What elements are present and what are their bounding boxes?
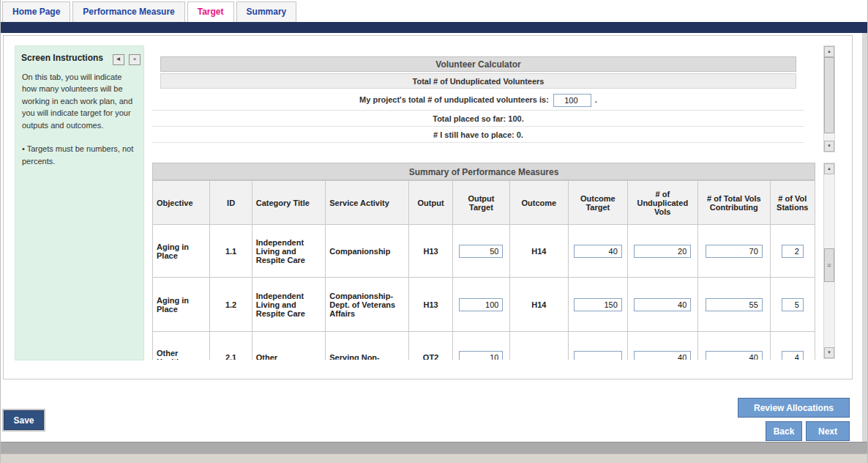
next-button[interactable]: Next <box>806 421 850 441</box>
output-target-input[interactable] <box>459 298 503 311</box>
vol-stations-input[interactable] <box>782 298 804 311</box>
id-cell: 2.1 <box>210 332 252 360</box>
category-title-cell: Independent Living and Respite Care <box>252 278 326 332</box>
screen-instructions-title: Screen Instructions <box>21 53 103 63</box>
total-volunteers-suffix: . <box>595 95 597 104</box>
id-cell: 1.2 <box>210 278 252 332</box>
unduplicated-vols-input[interactable] <box>634 298 691 311</box>
tab-bar: Home Page Performance Measure Target Sum… <box>1 0 867 22</box>
calculator-scrollbar[interactable]: ▲ ▼ <box>823 45 835 152</box>
save-button[interactable]: Save <box>4 410 44 430</box>
objective-cell: Aging in Place <box>153 225 210 278</box>
total-vols-input[interactable] <box>706 245 763 258</box>
close-panel-button[interactable]: × <box>129 54 141 65</box>
column-header-vol-stations: # of Vol Stations <box>770 181 815 225</box>
summary-title: Summary of Performance Measures <box>152 163 815 180</box>
page-scrollbar[interactable] <box>862 33 867 442</box>
output-cell: OT2 <box>408 332 452 360</box>
total-volunteers-label: My project's total # of unduplicated vol… <box>359 95 549 104</box>
service-activity-cell: Companionship <box>326 225 409 278</box>
column-header-outcome: Outcome <box>509 181 568 225</box>
table-row: Aging in Place 1.2 Independent Living an… <box>153 278 815 332</box>
calculator-title: Volunteer Calculator <box>160 56 796 72</box>
column-header-output: Output <box>408 181 452 225</box>
scrollbar-thumb[interactable] <box>824 57 834 133</box>
instructions-text: On this tab, you will indicate how many … <box>22 71 137 132</box>
column-header-outcome-target: Outcome Target <box>569 181 627 225</box>
outcome-cell: H14 <box>509 278 568 332</box>
vol-stations-input[interactable] <box>782 351 804 360</box>
total-volunteers-input[interactable] <box>553 94 591 107</box>
scroll-down-icon: ▼ <box>827 350 831 355</box>
tab-performance-measure[interactable]: Performance Measure <box>72 1 184 22</box>
total-placed-text: Total placed so far: 100. <box>152 111 804 127</box>
scroll-up-button[interactable]: ▲ <box>824 163 834 174</box>
column-header-total-vols-contributing: # of Total Vols Contributing <box>698 181 771 225</box>
scroll-up-icon: ▲ <box>827 166 831 171</box>
table-row: Aging in Place 1.1 Independent Living an… <box>153 225 815 278</box>
content-panel: Screen Instructions ◄ × On this tab, you… <box>3 35 853 379</box>
instructions-note: • Targets must be numbers, not percents. <box>22 143 137 167</box>
panel-controls: ◄ × <box>111 51 141 65</box>
column-header-category-title: Category Title <box>252 181 326 225</box>
category-title-cell: Other <box>252 332 326 360</box>
column-header-objective: Objective <box>153 181 210 225</box>
column-header-unduplicated-vols: # of Unduplicated Vols <box>627 181 698 225</box>
thumb-grip-icon: ≡ <box>827 262 831 269</box>
summary-scrollbar[interactable]: ▲ ≡ ▼ <box>823 163 835 359</box>
close-icon: × <box>133 56 137 62</box>
output-cell: H13 <box>408 225 452 278</box>
back-button[interactable]: Back <box>766 421 802 441</box>
column-header-service-activity: Service Activity <box>326 181 409 225</box>
column-header-output-target: Output Target <box>453 181 509 225</box>
screen-instructions-header: Screen Instructions ◄ × <box>15 46 143 70</box>
outcome-target-input[interactable] <box>574 245 622 258</box>
scroll-down-icon: ▼ <box>827 144 831 148</box>
tab-target[interactable]: Target <box>187 1 234 22</box>
outcome-cell: H14 <box>509 225 568 278</box>
tab-home-page[interactable]: Home Page <box>2 1 70 22</box>
objective-cell: Aging in Place <box>153 278 210 332</box>
volunteer-calculator-panel: Volunteer Calculator Total # of Unduplic… <box>152 56 804 143</box>
column-header-id: ID <box>210 181 252 225</box>
calculator-subtitle: Total # of Unduplicated Volunteers <box>160 73 796 89</box>
unduplicated-vols-input[interactable] <box>634 351 691 360</box>
scroll-up-button[interactable]: ▲ <box>824 46 834 57</box>
remaining-to-place-text: # I still have to place: 0. <box>152 127 804 143</box>
tab-summary[interactable]: Summary <box>236 1 297 22</box>
service-activity-cell: Serving Non- <box>326 332 409 360</box>
service-activity-cell: Companionship-Dept. of Veterans Affairs <box>326 278 409 332</box>
output-target-input[interactable] <box>459 351 503 360</box>
collapse-panel-button[interactable]: ◄ <box>113 54 124 65</box>
performance-measures-table: Objective ID Category Title Service Acti… <box>152 180 815 360</box>
output-target-input[interactable] <box>459 245 503 258</box>
scrollbar-thumb[interactable]: ≡ <box>824 248 834 282</box>
id-cell: 1.1 <box>210 225 252 278</box>
unduplicated-vols-input[interactable] <box>634 245 691 258</box>
screen-instructions-panel: Screen Instructions ◄ × On this tab, you… <box>15 45 144 360</box>
table-header-row: Objective ID Category Title Service Acti… <box>153 181 815 225</box>
total-vols-input[interactable] <box>706 298 763 311</box>
objective-cell: Other Healthy <box>153 332 210 360</box>
scroll-down-button[interactable]: ▼ <box>824 141 834 152</box>
total-volunteers-row: My project's total # of unduplicated vol… <box>152 89 804 111</box>
outcome-target-input[interactable] <box>574 351 622 360</box>
table-row: Other Healthy 2.1 Other Serving Non- OT2 <box>153 332 815 360</box>
vol-stations-input[interactable] <box>782 245 804 258</box>
status-bar <box>1 442 867 453</box>
total-vols-input[interactable] <box>706 351 763 360</box>
collapse-left-icon: ◄ <box>116 56 121 62</box>
scroll-up-icon: ▲ <box>827 49 831 53</box>
output-cell: H13 <box>408 278 452 332</box>
header-bar <box>1 22 867 33</box>
category-title-cell: Independent Living and Respite Care <box>252 225 326 278</box>
review-allocations-button[interactable]: Review Allocations <box>738 398 850 418</box>
summary-panel: Summary of Performance Measures Objectiv… <box>152 163 815 360</box>
outcome-cell <box>509 332 568 360</box>
page: Home Page Performance Measure Target Sum… <box>0 0 868 463</box>
scroll-down-button[interactable]: ▼ <box>824 347 834 358</box>
window-footer <box>1 453 867 463</box>
outcome-target-input[interactable] <box>574 298 622 311</box>
